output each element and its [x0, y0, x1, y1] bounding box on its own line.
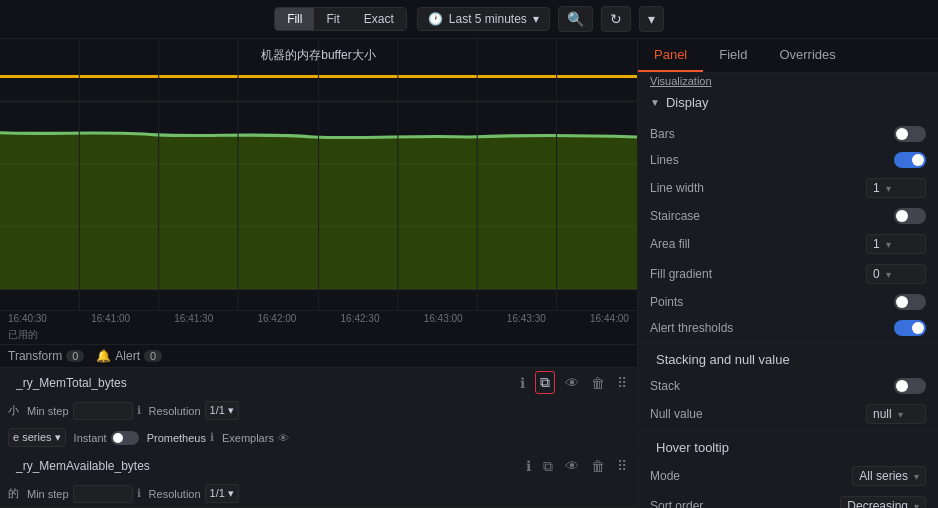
- null-value-dropdown[interactable]: null ▾: [866, 404, 926, 424]
- query1-info-icon[interactable]: ℹ: [518, 373, 527, 393]
- lines-toggle[interactable]: [894, 152, 926, 168]
- query1-instant-toggle[interactable]: [111, 431, 139, 445]
- time-label-6: 16:43:30: [507, 313, 546, 324]
- query1-eye-icon[interactable]: 👁: [563, 373, 581, 393]
- query1-name: _ry_MemTotal_bytes: [8, 372, 518, 394]
- time-label-4: 16:42:30: [341, 313, 380, 324]
- area-fill-row: Area fill 1 ▾: [638, 229, 938, 259]
- display-section-title: Display: [666, 95, 709, 110]
- points-toggle[interactable]: [894, 294, 926, 310]
- fill-gradient-dropdown[interactable]: 0 ▾: [866, 264, 926, 284]
- alert-item[interactable]: 🔔 Alert 0: [96, 349, 162, 363]
- query2-fields: 的 Min step ℹ Resolution 1/1 ▾: [0, 480, 637, 507]
- query2-eye-icon[interactable]: 👁: [563, 456, 581, 476]
- stack-label: Stack: [650, 379, 680, 393]
- query2-minstep-input[interactable]: [73, 485, 133, 503]
- transform-bar: Transform 0 🔔 Alert 0: [0, 345, 637, 368]
- bars-toggle[interactable]: [894, 126, 926, 142]
- query1-minstep-input[interactable]: [73, 402, 133, 420]
- sort-order-arrow-icon: ▾: [914, 501, 919, 509]
- sort-order-value: Decreasing: [847, 499, 908, 508]
- right-panel: Panel Field Overrides Visualization ▼ Di…: [638, 39, 938, 508]
- alert-badge: 0: [144, 350, 162, 362]
- transform-item[interactable]: Transform 0: [8, 349, 84, 363]
- bars-row: Bars: [638, 121, 938, 147]
- transform-badge: 0: [66, 350, 84, 362]
- fit-button[interactable]: Fit: [314, 8, 351, 30]
- query-row-2: _ry_MemAvailable_bytes ℹ ⧉ 👁 🗑 ⠿ 的 Min s…: [0, 452, 637, 508]
- stack-row: Stack: [638, 373, 938, 399]
- query1-delete-icon[interactable]: 🗑: [589, 373, 607, 393]
- bars-label: Bars: [650, 127, 675, 141]
- time-label-7: 16:44:00: [590, 313, 629, 324]
- hover-mode-value: All series: [859, 469, 908, 483]
- query1-drag-icon[interactable]: ⠿: [615, 373, 629, 393]
- stack-toggle[interactable]: [894, 378, 926, 394]
- hover-mode-dropdown[interactable]: All series ▾: [852, 466, 926, 486]
- tab-field-label: Field: [719, 47, 747, 62]
- hover-section-header[interactable]: Hover tooltip: [638, 434, 938, 461]
- staircase-label: Staircase: [650, 209, 700, 223]
- tab-field[interactable]: Field: [703, 39, 763, 72]
- sort-order-dropdown[interactable]: Decreasing ▾: [840, 496, 926, 508]
- refresh-button[interactable]: ↻: [601, 6, 631, 32]
- fill-gradient-value: 0: [873, 267, 880, 281]
- query2-info-icon[interactable]: ℹ: [524, 456, 533, 476]
- query2-resolution-value: 1/1: [210, 487, 225, 499]
- more-button[interactable]: ▾: [639, 6, 664, 32]
- area-fill-arrow-icon: ▾: [886, 239, 891, 250]
- query1-series-value: e series: [13, 431, 52, 443]
- query1-series-select[interactable]: e series ▾: [8, 428, 66, 447]
- query1-minstep-group: Min step ℹ: [27, 402, 141, 420]
- query1-datasource-group: Prometheus ℹ: [147, 431, 214, 444]
- alert-thresholds-toggle[interactable]: [894, 320, 926, 336]
- query2-resolution-select[interactable]: 1/1 ▾: [205, 484, 239, 503]
- staircase-toggle[interactable]: [894, 208, 926, 224]
- query2-delete-icon[interactable]: 🗑: [589, 456, 607, 476]
- chart-area: 机器的内存buffer大小: [0, 39, 637, 310]
- toolbar: Fill Fit Exact 🕐 Last 5 minutes ▾ 🔍 ↻ ▾: [0, 0, 938, 39]
- query1-icons: ℹ ⧉ 👁 🗑 ⠿: [518, 371, 629, 394]
- lines-label: Lines: [650, 153, 679, 167]
- query2-drag-icon[interactable]: ⠿: [615, 456, 629, 476]
- left-panel: 机器的内存buffer大小: [0, 39, 638, 508]
- time-label-1: 16:41:00: [91, 313, 130, 324]
- chart-title: 机器的内存buffer大小: [0, 43, 637, 68]
- hover-section-title: Hover tooltip: [656, 440, 729, 455]
- tab-overrides[interactable]: Overrides: [763, 39, 851, 72]
- hover-mode-arrow-icon: ▾: [914, 471, 919, 482]
- zoom-in-button[interactable]: 🔍: [558, 6, 593, 32]
- time-range-label: Last 5 minutes: [449, 12, 527, 26]
- query2-copy-icon[interactable]: ⧉: [541, 456, 555, 477]
- query2-resolution-group: Resolution 1/1 ▾: [149, 484, 239, 503]
- line-width-dropdown[interactable]: 1 ▾: [866, 178, 926, 198]
- query2-minstep-info: ℹ: [137, 487, 141, 500]
- time-range-button[interactable]: 🕐 Last 5 minutes ▾: [417, 7, 550, 31]
- time-labels: 16:40:30 16:41:00 16:41:30 16:42:00 16:4…: [4, 313, 633, 324]
- query1-resolution-select[interactable]: 1/1 ▾: [205, 401, 239, 420]
- bell-icon: 🔔: [96, 349, 111, 363]
- view-btn-group: Fill Fit Exact: [274, 7, 407, 31]
- time-label-5: 16:43:00: [424, 313, 463, 324]
- exact-button[interactable]: Exact: [352, 8, 406, 30]
- query2-minstep-group: Min step ℹ: [27, 485, 141, 503]
- area-fill-dropdown[interactable]: 1 ▾: [866, 234, 926, 254]
- points-label: Points: [650, 295, 683, 309]
- query1-datasource-name: Prometheus: [147, 432, 206, 444]
- hover-divider: [638, 431, 938, 432]
- line-width-value: 1: [873, 181, 880, 195]
- sort-order-label: Sort order: [650, 499, 703, 508]
- query1-copy-icon[interactable]: ⧉: [535, 371, 555, 394]
- query1-resolution-value: 1/1: [210, 404, 225, 416]
- tab-panel[interactable]: Panel: [638, 39, 703, 72]
- time-label-3: 16:42:00: [257, 313, 296, 324]
- area-fill-label: Area fill: [650, 237, 690, 251]
- visualization-label[interactable]: Visualization: [638, 73, 938, 89]
- stacking-section-header[interactable]: Stacking and null value: [638, 346, 938, 373]
- display-chevron-icon: ▼: [650, 97, 660, 108]
- fill-gradient-row: Fill gradient 0 ▾: [638, 259, 938, 289]
- fill-button[interactable]: Fill: [275, 8, 314, 30]
- query1-datasource-fields: e series ▾ Instant Prometheus ℹ Exemplar…: [0, 424, 637, 451]
- display-section-header[interactable]: ▼ Display: [638, 89, 938, 116]
- time-axis: 16:40:30 16:41:00 16:41:30 16:42:00 16:4…: [0, 310, 637, 326]
